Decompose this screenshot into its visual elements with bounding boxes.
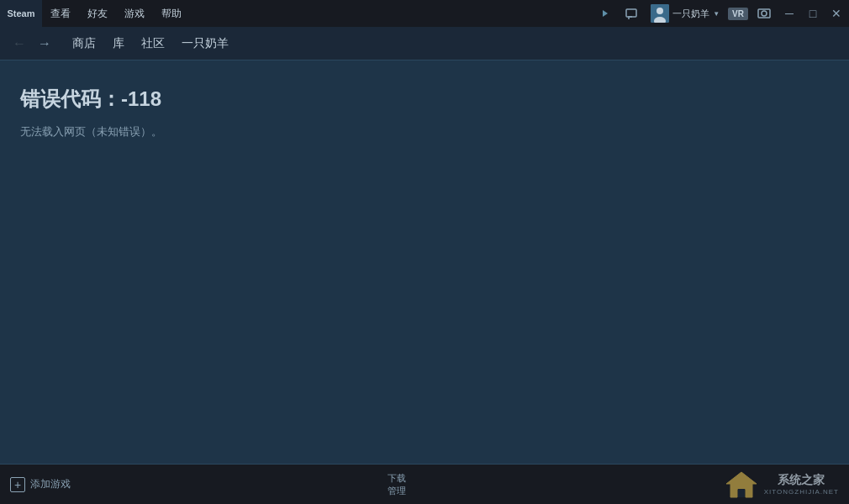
menu-friends[interactable]: 好友 — [79, 0, 116, 27]
logo-main-text: 系统之家 — [778, 473, 825, 488]
error-title: 错误代码：-118 — [20, 86, 829, 113]
plus-icon: + — [10, 477, 25, 492]
title-bar: Steam 查看 好友 游戏 帮助 — [0, 0, 849, 27]
restore-button[interactable]: □ — [802, 3, 824, 24]
add-game-label: 添加游戏 — [30, 477, 71, 491]
svg-point-3 — [657, 8, 663, 14]
nav-profile[interactable]: 一只奶羊 — [175, 33, 235, 55]
title-bar-left: Steam 查看 好友 游戏 帮助 — [0, 0, 190, 27]
logo-sub-text: XITONGZHIJIA.NET — [764, 488, 839, 496]
avatar — [651, 4, 669, 23]
svg-rect-8 — [738, 489, 745, 497]
user-dropdown-arrow: ▼ — [713, 10, 720, 18]
menu-items: 查看 好友 游戏 帮助 — [42, 0, 190, 27]
svg-point-6 — [762, 11, 767, 16]
user-section[interactable]: 一只奶羊 ▼ — [646, 0, 725, 27]
title-bar-right: 一只奶羊 ▼ VR ─ □ ✕ — [592, 0, 849, 27]
forward-button[interactable]: → — [34, 33, 55, 55]
add-game-button[interactable]: + 添加游戏 — [10, 477, 71, 492]
minimize-button[interactable]: ─ — [778, 3, 800, 24]
back-button[interactable]: ← — [8, 33, 30, 55]
logo-text-stack: 系统之家 XITONGZHIJIA.NET — [764, 473, 839, 496]
menu-view[interactable]: 查看 — [42, 0, 79, 27]
nav-store[interactable]: 商店 — [66, 33, 103, 55]
broadcast-icon[interactable] — [592, 1, 617, 26]
close-button[interactable]: ✕ — [825, 3, 847, 24]
svg-marker-0 — [603, 10, 608, 17]
menu-help[interactable]: 帮助 — [153, 0, 190, 27]
username-label: 一只奶羊 — [672, 8, 709, 20]
nav-library[interactable]: 库 — [106, 33, 131, 55]
svg-rect-1 — [626, 9, 636, 17]
screenshot-icon[interactable] — [751, 1, 777, 26]
menu-games[interactable]: 游戏 — [116, 0, 153, 27]
error-description: 无法载入网页（未知错误）。 — [20, 124, 829, 139]
bottom-logo: 系统之家 XITONGZHIJIA.NET — [724, 470, 839, 499]
download-label: 下载 — [388, 472, 406, 485]
friends-chat-icon[interactable] — [619, 1, 644, 26]
main-content: 错误代码：-118 无法载入网页（未知错误）。 — [0, 60, 849, 464]
manage-label: 管理 — [388, 485, 406, 497]
house-logo-icon — [724, 470, 759, 499]
download-section[interactable]: 下载 管理 — [388, 472, 406, 497]
nav-community[interactable]: 社区 — [134, 33, 171, 55]
vr-button[interactable]: VR — [728, 8, 748, 20]
bottom-bar: + 添加游戏 下载 管理 系统之家 XITONGZHIJIA.NET — [0, 464, 849, 504]
nav-links: 商店 库 社区 一只奶羊 — [66, 33, 235, 55]
steam-logo[interactable]: Steam — [0, 0, 42, 27]
nav-bar: ← → 商店 库 社区 一只奶羊 — [0, 27, 849, 60]
